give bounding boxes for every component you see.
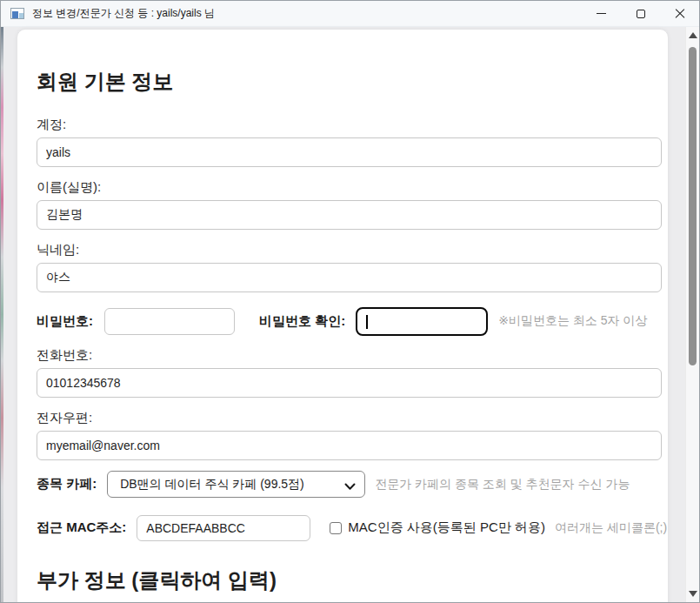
- real-name-label: 이름(실명):: [37, 179, 662, 196]
- email-input[interactable]: [37, 431, 662, 460]
- titlebar: 정보 변경/전문가 신청 등 : yails/yails 님: [1, 1, 699, 27]
- account-label: 계정:: [37, 117, 662, 133]
- section-title-extra-info[interactable]: 부가 정보 (클릭하여 입력): [37, 566, 662, 594]
- phone-input[interactable]: [37, 368, 662, 398]
- section-title-basic-info: 회원 기본 정보: [37, 68, 662, 96]
- maximize-button[interactable]: [621, 1, 660, 26]
- stock-cafe-row: 종목 카페: DB맨의 데이터 주식 카페 (99.5점) 전문가 카페의 종목…: [37, 471, 662, 498]
- scroll-down-icon: [689, 591, 697, 597]
- mac-auth-checkbox[interactable]: [330, 522, 342, 534]
- nickname-label: 닉네임:: [37, 242, 662, 258]
- maximize-icon: [637, 10, 645, 18]
- form-card: 회원 기본 정보 계정: 이름(실명): 닉네임: 비밀번호: 비밀번호 확인:…: [17, 29, 669, 603]
- password-hint: ※비밀번호는 최소 5자 이상: [498, 313, 647, 329]
- dialog-content: 회원 기본 정보 계정: 이름(실명): 닉네임: 비밀번호: 비밀번호 확인:…: [1, 27, 699, 602]
- stock-cafe-select[interactable]: DB맨의 데이터 주식 카페 (99.5점): [107, 471, 365, 498]
- password-input[interactable]: [104, 308, 235, 335]
- mac-auth-checkbox-label[interactable]: MAC인증 사용(등록된 PC만 허용): [348, 519, 545, 536]
- scroll-up-button[interactable]: [686, 29, 700, 42]
- scroll-down-button[interactable]: [686, 587, 700, 600]
- real-name-input[interactable]: [37, 200, 662, 230]
- password-row: 비밀번호: 비밀번호 확인: ※비밀번호는 최소 5자 이상: [37, 306, 662, 336]
- close-button[interactable]: [660, 1, 699, 26]
- background-window-edge: [1, 27, 3, 602]
- window-title: 정보 변경/전문가 신청 등 : yails/yails 님: [32, 6, 215, 21]
- phone-label: 전화번호:: [37, 347, 662, 364]
- mac-hint: 여러개는 세미콜론(;) 구분: [555, 520, 669, 536]
- password-confirm-input[interactable]: [357, 309, 486, 334]
- password-confirm-label: 비밀번호 확인:: [259, 313, 345, 330]
- stock-cafe-label: 종목 카페:: [37, 476, 97, 492]
- dialog-window: 정보 변경/전문가 신청 등 : yails/yails 님 회원 기본 정보 …: [0, 0, 700, 603]
- app-window-icon: [10, 8, 24, 19]
- chevron-down-icon: [344, 479, 356, 493]
- account-input[interactable]: [37, 137, 662, 167]
- email-label: 전자우편:: [37, 410, 662, 426]
- nickname-input[interactable]: [37, 263, 662, 292]
- password-confirm-input-focused[interactable]: [356, 307, 488, 336]
- vertical-scrollbar[interactable]: [685, 27, 699, 602]
- minimize-icon: [597, 13, 606, 14]
- scroll-up-icon: [689, 32, 697, 38]
- mac-row: 접근 MAC주소: MAC인증 사용(등록된 PC만 허용) 여러개는 세미콜론…: [37, 514, 662, 541]
- mac-auth-checkbox-group: MAC인증 사용(등록된 PC만 허용): [330, 519, 545, 536]
- mac-address-input[interactable]: [137, 515, 310, 541]
- stock-cafe-hint: 전문가 카페의 종목 조회 및 추천문자 수신 가능: [375, 477, 630, 492]
- close-icon: [675, 9, 685, 19]
- window-controls: [582, 1, 699, 26]
- scrollbar-thumb[interactable]: [689, 47, 697, 365]
- mac-address-label: 접근 MAC주소:: [37, 519, 126, 536]
- stock-cafe-selected-option: DB맨의 데이터 주식 카페 (99.5점): [120, 477, 304, 492]
- text-caret: [366, 315, 368, 329]
- minimize-button[interactable]: [582, 1, 621, 26]
- password-label: 비밀번호:: [37, 313, 93, 330]
